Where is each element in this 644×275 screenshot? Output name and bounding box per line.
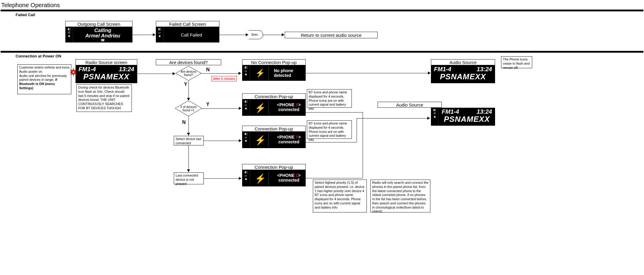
- note-after-5-min: After 5 minutes: [212, 76, 237, 81]
- label-connection-popup: Connection Pop-up: [242, 126, 306, 132]
- bluetooth-icon: ✱: [68, 35, 70, 38]
- arrow: [188, 145, 189, 170]
- status-bar-icons: ▮▯ ▭ ✱: [242, 170, 250, 186]
- no-phone-line1: No phone: [274, 68, 293, 73]
- calling-line2: Armel Andrieu: [73, 33, 132, 39]
- bluetooth-icon: ✱: [245, 178, 247, 181]
- label-connection-popup: Connection Pop-up: [242, 93, 306, 99]
- signal-icon: ▮▯: [158, 28, 161, 31]
- screen-phone-y: ▮▯ ▭ ✱ ⚡ <PHONE Y> connected: [242, 132, 306, 148]
- label-failed-call: Failed Call Screen: [156, 21, 219, 27]
- arrow-head: [153, 33, 156, 36]
- divider-bar: [1, 51, 643, 53]
- calling-line1: Calling: [73, 28, 132, 34]
- bluetooth-large-icon: ⚡: [255, 69, 265, 78]
- arrow: [132, 35, 153, 35]
- label-last-not-present: Last connected device is not present: [174, 172, 204, 184]
- arrow: [306, 178, 363, 178]
- phone-name-line: <PHONE Z>: [274, 173, 304, 178]
- bluetooth-flash-burst-icon: ✱: [70, 68, 77, 76]
- note-text: Customer enters vehicle and turns Audio …: [19, 66, 70, 73]
- radio-band: FM1-4: [442, 108, 459, 115]
- flowchart-canvas: Telephone Operations Failed Call Outgoin…: [0, 0, 644, 275]
- label-select-last: Select device last connected: [174, 136, 204, 145]
- phone-status: connected: [274, 107, 304, 112]
- hangup-icon: ☎: [101, 38, 105, 42]
- arrow: [201, 73, 239, 74]
- battery-icon: ▭: [245, 136, 247, 139]
- arrow-head: [239, 72, 241, 75]
- label-are-devices-found: Are devices found?: [156, 59, 221, 65]
- arrow: [357, 118, 363, 118]
- radio-name: PSNAMEXX: [76, 72, 137, 81]
- branch-y: Y: [184, 82, 187, 87]
- screen-failed-call: ▮▯ ▭ ✱ Call Failed: [156, 27, 219, 42]
- arrow-head: [187, 98, 190, 101]
- arrow-head: [246, 33, 248, 36]
- delay-label: 3sec: [251, 33, 258, 36]
- note-text: Audio unit serches for previously paired…: [19, 74, 67, 82]
- svg-marker-3: [175, 101, 202, 116]
- section-failed-call: Failed Call: [16, 13, 35, 17]
- divider-bar: [1, 10, 643, 11]
- arrow: [263, 35, 282, 35]
- arrow: [363, 112, 363, 178]
- signal-icon: ▮▯: [245, 133, 248, 135]
- screen-outgoing-call: ▮▯ ✆ ✱ Calling Armel Andrieu ☎: [65, 27, 132, 42]
- status-bar-icons: ▮▯ ▭ ✱: [242, 132, 250, 148]
- radio-band: FM1-4: [79, 66, 96, 73]
- arrow-head: [239, 177, 242, 180]
- arrow-head: [427, 117, 430, 120]
- label-audio-source: Audio Source: [378, 102, 442, 108]
- label-audio-source: Audio Source: [431, 59, 495, 65]
- arrow: [219, 35, 246, 35]
- arrow-head: [239, 107, 242, 110]
- label-no-connection: No Connection Pop-up: [242, 59, 306, 65]
- radio-time: 13:24: [119, 66, 134, 73]
- phone-icon: ✆: [434, 112, 436, 115]
- label-outgoing-call: Outgoing Call Screen: [65, 21, 132, 27]
- divider: [269, 66, 269, 80]
- bluetooth-large-icon: ⚡: [255, 173, 266, 183]
- signal-icon: ▮▯: [245, 171, 248, 174]
- status-bar-icons: ▮▯ ✆ ✱: [65, 27, 73, 42]
- arrow: [188, 116, 189, 133]
- radio-name: PSNAMEXX: [431, 72, 495, 81]
- bluetooth-icon: ✱: [434, 116, 436, 118]
- call-failed-text: Call Failed: [181, 32, 202, 37]
- bluetooth-icon: ✱: [159, 35, 161, 38]
- battery-icon: ▭: [245, 104, 247, 107]
- divider: [269, 171, 269, 185]
- svg-marker-2: [176, 66, 201, 80]
- arrow: [188, 80, 189, 98]
- screen-no-phone: ▮▯ ▭ ✱ ⚡ No phone detected: [242, 65, 306, 81]
- divider: [269, 133, 269, 147]
- decision-devices-found: [176, 66, 201, 80]
- battery-icon: ▭: [245, 174, 247, 177]
- phone-name-line: <PHONE X>: [274, 102, 304, 107]
- arrow: [306, 73, 429, 73]
- radio-band: FM1-4: [434, 66, 451, 73]
- bluetooth-icon: ✱: [245, 73, 247, 76]
- bluetooth-large-icon: ⚡: [255, 135, 266, 145]
- phone-status: connected: [274, 139, 304, 144]
- status-bar-icons: ▮▯ ▭ ✱: [242, 99, 250, 116]
- page-title: Telephone Operations: [1, 2, 60, 9]
- signal-icon: ▮▯: [245, 66, 248, 69]
- arrow: [137, 74, 173, 74]
- label-radio-source: Radio Source screen: [76, 59, 137, 65]
- branch-y: Y: [206, 102, 209, 107]
- label-connection-popup: Connection Pop-up: [242, 164, 306, 170]
- screen-phone-x: ▮▯ ▭ ✱ ⚡ <PHONE X> connected: [242, 99, 306, 116]
- note-phone-icons-off: The Phone icons cease to flash and remai…: [501, 56, 532, 68]
- section-connection: Connection at Power ON: [16, 54, 61, 58]
- branch-n: N: [206, 67, 210, 72]
- signal-icon: ▮▯: [245, 100, 248, 103]
- phone-status: connected: [274, 178, 304, 183]
- note-bt-check: During check for devices Bluetooth icon …: [76, 84, 132, 112]
- arrow-head: [239, 139, 242, 142]
- svg-text:✱: ✱: [72, 71, 75, 74]
- status-bar-icons: ▮▯ ▭ ✱: [242, 65, 250, 81]
- arrow-head: [187, 169, 190, 172]
- radio-time: 13:24: [477, 108, 492, 115]
